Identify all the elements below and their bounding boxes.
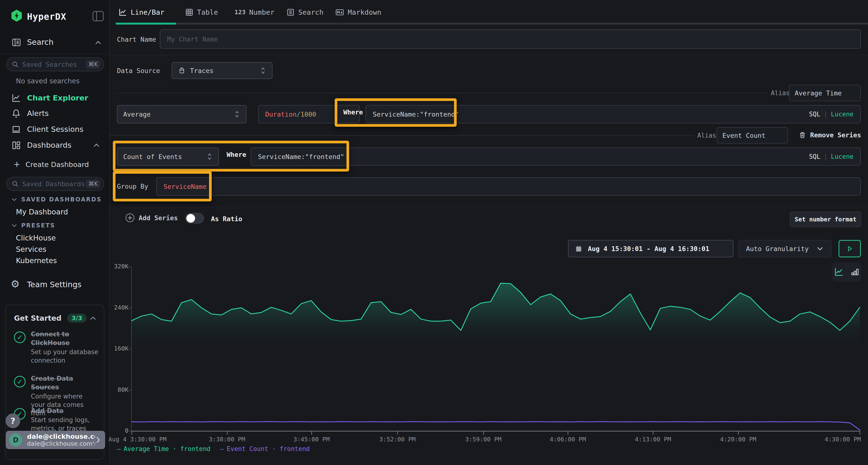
saved-searches-input[interactable]: Saved Searches ⌘K [6,57,104,71]
user-card[interactable]: D dale@clickhouse.com dale@clickhouse.co… [6,431,105,449]
tab-label: Markdown [348,8,381,16]
sql-option[interactable]: SQL [809,110,820,118]
saved-dashboards-input[interactable]: Saved Dashboards ⌘K [6,177,104,191]
legend-item-average-time[interactable]: — Average Time · frontend [117,445,211,453]
expression-operator: / [297,110,301,118]
where-label: Where [343,108,363,116]
set-number-format-button[interactable]: Set number format [790,211,861,227]
date-range-input[interactable]: Aug 4 15:30:01 - Aug 4 16:30:01 [568,240,734,257]
where-label: Where [227,151,246,158]
x-tick-mark [397,432,398,435]
preset-link-clickhouse[interactable]: ClickHouse [16,234,56,242]
tab-markdown[interactable]: Markdown [335,7,381,18]
shortcut-badge: ⌘K [86,60,100,69]
get-started-item[interactable]: ✓ Connect to ClickHouseSet up your datab… [14,330,98,365]
legend-label: Event Count · frontend [227,445,310,453]
updown-chevron-icon [234,110,240,118]
as-ratio-toggle[interactable] [185,213,204,224]
get-started-item-title: Add Data [31,407,98,416]
get-started-item[interactable]: ✓ Add DataStart sending logs, metrics, o… [14,407,98,433]
get-started-item-desc: Start sending logs, metrics, or traces [31,416,98,433]
search-icon [11,180,19,188]
number-123-icon: 123 [235,9,246,16]
separator: | [824,153,828,160]
x-tick-mark [311,432,312,435]
language-switch[interactable]: SQL|Lucene [809,153,854,160]
sidebar-section-search[interactable]: Search [0,37,110,49]
sql-option[interactable]: SQL [809,153,820,160]
updown-chevron-icon [260,66,266,75]
sidebar-item-label: Chart Explorer [27,94,88,102]
chevron-up-icon [89,315,97,321]
alias-input-series-2[interactable]: Event Count [717,127,788,143]
x-tick-mark [483,432,484,435]
sidebar-collapse-icon[interactable] [93,11,104,21]
granularity-select[interactable]: Auto Granularity [738,240,831,257]
remove-series-button[interactable]: Remove Series [799,131,861,139]
check-circle-icon: ✓ [14,332,26,343]
create-dashboard-label: Create Dashboard [26,161,89,169]
markdown-icon [335,8,344,17]
divider [110,55,868,56]
sidebar-item-client-sessions[interactable]: Client Sessions [0,122,110,136]
plus-icon: + [13,160,20,169]
y-tick-label: 320K [110,263,128,270]
sidebar: HyperDX Search Saved Searches ⌘K No save… [0,0,110,465]
where-value: ServiceName:"frontend" [373,110,459,118]
timeseries-chart[interactable] [132,267,860,431]
updown-chevron-icon [207,153,213,161]
where-input-series-1[interactable]: ServiceName:"frontend" SQL|Lucene [366,105,861,123]
get-started-title: Get Started [14,314,61,322]
legend-item-event-count[interactable]: — Event Count · frontend [220,445,310,453]
chart-explorer-icon [11,93,21,103]
remove-series-label: Remove Series [810,131,861,139]
y-tick-label: 160K [110,345,128,352]
group-by-input[interactable]: ServiceName [156,177,861,196]
lucene-option[interactable]: Lucene [831,153,854,160]
tab-label: Search [298,8,323,16]
dashboards-icon [11,140,21,150]
divider [110,208,868,208]
preset-link-services[interactable]: Services [16,245,46,254]
run-query-button[interactable] [839,240,861,257]
expression-field: Duration [265,110,297,118]
series-area-fill [132,283,860,431]
x-tick-label: 4:13:00 PM [635,436,671,443]
tab-label: Number [249,8,274,16]
section-presets[interactable]: PRESETS [11,222,55,229]
tab-table[interactable]: Table [185,7,218,18]
user-subtitle: dale@clickhouse.com's [27,440,95,447]
add-series-label: Add Series [138,214,178,222]
chevron-right-icon [95,436,101,444]
sidebar-item-alerts[interactable]: Alerts [0,106,110,120]
y-tick-mark [129,348,131,349]
sidebar-item-team-settings[interactable]: ⚙ Team Settings [0,277,110,292]
chevron-up-icon [93,143,100,148]
alias-input-series-1[interactable]: Average Time [789,85,861,101]
sidebar-item-dashboards[interactable]: Dashboards [0,138,110,152]
data-source-select[interactable]: Traces [172,62,273,79]
toggle-knob [186,214,195,223]
team-settings-label: Team Settings [27,280,82,289]
section-saved-dashboards[interactable]: SAVED DASHBOARDS [11,196,102,203]
chevron-up-icon [94,40,102,45]
calendar-icon [575,245,583,253]
get-started-header[interactable]: Get Started 3/3 [14,314,97,323]
where-input-series-2[interactable]: ServiceName:"frontend" SQL|Lucene [251,147,861,166]
sidebar-item-chart-explorer[interactable]: Chart Explorer [0,91,110,105]
preset-link-kubernetes[interactable]: Kubernetes [16,256,57,265]
gear-icon: ⚙ [10,278,20,290]
bolt-icon [14,12,19,19]
dashboard-link-my-dashboard[interactable]: My Dashboard [16,208,68,216]
help-button[interactable]: ? [5,413,20,428]
shortcut-badge: ⌘K [86,179,100,188]
get-started-item-title: Create Data Sources [31,374,98,392]
hyperdx-app: HyperDX Search Saved Searches ⌘K No save… [0,0,868,465]
language-switch[interactable]: SQL|Lucene [809,110,854,118]
y-tick-label: 240K [110,304,128,311]
tab-number[interactable]: 123 Number [235,7,274,18]
lucene-option[interactable]: Lucene [831,110,854,118]
chart-name-input[interactable]: My Chart Name [160,29,861,49]
tab-search[interactable]: Search [286,7,323,18]
create-dashboard-button[interactable]: +Create Dashboard [13,160,89,170]
